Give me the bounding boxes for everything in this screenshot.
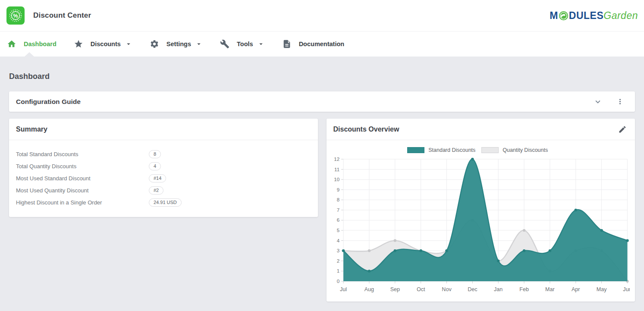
summary-row-label: Most Used Standard Discount [16,175,149,182]
app-title: Discount Center [33,11,91,20]
gear-icon [150,39,159,49]
configuration-guide-title: Configuration Guide [16,98,81,106]
star-icon [74,39,83,49]
nav-item-documentation[interactable]: Documentation [282,39,345,49]
globe-icon [559,11,569,21]
legend-label: Standard Discounts [428,147,475,153]
svg-text:3: 3 [336,248,339,253]
summary-row-value-badge: 8 [149,150,161,158]
nav-item-label: Settings [166,41,191,47]
svg-text:9: 9 [336,187,339,192]
chart-container: Standard Discounts Quantity Discounts 01… [327,140,635,302]
modulesgarden-logo: M DULES Garden [550,11,638,21]
svg-text:6: 6 [336,218,339,223]
content-area: Dashboard Configuration Guide Summary [0,57,644,311]
nav-item-discounts[interactable]: Discounts [74,39,132,49]
discount-center-app-icon: % [6,6,25,25]
caret-down-icon [195,40,203,48]
nav-item-label: Dashboard [24,41,57,47]
summary-row-value-badge: 24.91 USD [149,198,182,207]
svg-text:Feb: Feb [519,286,529,292]
nav-item-label: Documentation [299,41,345,47]
svg-text:0: 0 [336,279,339,284]
svg-text:12: 12 [334,157,339,162]
svg-text:5: 5 [336,228,339,233]
summary-row: Most Used Quantity Discount #2 [16,184,311,196]
summary-title: Summary [16,126,47,133]
caret-down-icon [257,40,265,48]
percent-glyph: % [13,13,18,19]
configuration-guide-panel: Configuration Guide [9,91,635,112]
app-header: % Discount Center M DULES Garden [0,0,644,31]
svg-text:Aug: Aug [364,286,374,292]
svg-text:Jul: Jul [340,286,347,292]
svg-text:Oct: Oct [416,286,425,292]
svg-text:10: 10 [334,177,339,182]
svg-text:7: 7 [336,207,339,213]
summary-row-value-badge: #14 [149,174,166,182]
svg-text:Dec: Dec [468,286,477,292]
svg-text:Nov: Nov [442,286,452,292]
legend-label: Quantity Discounts [503,147,548,153]
summary-row: Most Used Standard Discount #14 [16,172,311,184]
summary-row: Highest Discount in a Single Order 24.91… [16,196,311,208]
svg-text:Sep: Sep [390,286,399,292]
svg-text:Apr: Apr [572,286,580,292]
wrench-icon [220,39,229,49]
home-icon [7,39,16,49]
pencil-icon [618,125,627,134]
nav-item-label: Discounts [91,41,121,47]
nav-item-tools[interactable]: Tools [220,39,265,49]
summary-row-label: Highest Discount in a Single Order [16,199,149,206]
summary-row-label: Most Used Quantity Discount [16,187,149,194]
svg-text:May: May [596,286,606,292]
discounts-overview-chart: 0123456789101112JulAugSepOctNovDecJanFeb… [332,154,630,296]
logo-text-garden: Garden [603,11,638,21]
nav-item-settings[interactable]: Settings [150,39,203,49]
panel-menu-button[interactable] [613,94,627,109]
chevron-down-icon [593,97,603,107]
logo-text-m: M [550,11,558,21]
legend-swatch [481,147,499,153]
logo-text-dules: DULES [569,11,603,21]
svg-text:Mar: Mar [545,286,555,292]
summary-row: Total Quantity Discounts 4 [16,160,311,172]
svg-text:2: 2 [336,258,339,264]
active-tab-notch [25,52,34,57]
discounts-overview-card: Discounts Overview Standard Discounts Qu… [327,119,635,302]
discounts-overview-title: Discounts Overview [333,126,399,133]
chart-legend: Standard Discounts Quantity Discounts [332,147,630,153]
svg-text:11: 11 [334,167,339,172]
caret-down-icon [125,40,132,48]
summary-card: Summary Total Standard Discounts 8 Total… [9,119,318,217]
document-icon [282,39,292,49]
legend-swatch [407,147,424,153]
svg-text:8: 8 [336,197,339,202]
edit-chart-button[interactable] [615,122,630,137]
summary-row-label: Total Quantity Discounts [16,163,149,170]
summary-row: Total Standard Discounts 8 [16,148,311,160]
page-title: Dashboard [9,57,635,81]
summary-row-value-badge: #2 [149,186,163,195]
nav-item-label: Tools [237,41,253,47]
svg-text:1: 1 [336,268,339,273]
kebab-menu-icon [616,97,624,106]
main-nav: Dashboard Discounts Settings Tools Docum… [0,31,644,57]
summary-row-value-badge: 4 [149,162,161,170]
collapse-button[interactable] [591,94,605,109]
summary-row-label: Total Standard Discounts [16,151,149,157]
svg-text:Jan: Jan [494,286,503,292]
nav-item-dashboard[interactable]: Dashboard [7,39,57,49]
svg-text:Jun: Jun [623,286,630,292]
svg-text:4: 4 [336,238,339,243]
